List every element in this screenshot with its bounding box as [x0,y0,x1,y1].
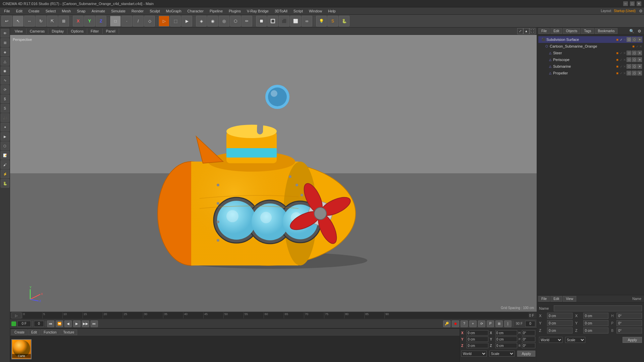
menu-vray[interactable]: V-Ray Bridge [244,8,271,14]
y-mode-btn[interactable]: Y [84,16,95,26]
periscope-tag-1[interactable]: ⬡ [627,57,631,62]
x-size-input[interactable] [495,330,517,336]
steer-x[interactable]: ✕ [623,51,626,55]
obj-tab-bookmarks[interactable]: Bookmarks [595,28,618,34]
attr-x2-input[interactable] [583,313,609,319]
menu-window[interactable]: Window [306,8,325,14]
sidebar-script-icon[interactable]: 📝 [1,151,9,160]
tag-2[interactable]: ⬡ [632,37,637,42]
apply-button[interactable]: Apply [517,351,535,357]
sub-orange-check[interactable]: ✓ [636,45,639,48]
point-mode-btn[interactable]: · [121,16,132,26]
sidebar-spline-icon[interactable]: ∿ [1,76,9,84]
scale-dropdown[interactable]: Scale [565,337,585,343]
sidebar-grid-icon[interactable]: ⊞ [1,38,9,47]
vp-lock-btn[interactable]: ⤢ [517,28,523,34]
sidebar-view-icon[interactable]: 👁 [1,29,9,38]
subdivision-check[interactable]: ✓ [620,38,623,42]
playback-tool-6[interactable]: P [487,320,494,327]
scene-tool-5[interactable]: ∞ [302,16,312,26]
prev-frame-btn[interactable]: ⏪ [56,320,63,327]
render-region-btn[interactable]: ⬚ [170,16,181,26]
viewport-tab-filter[interactable]: Filter [87,28,102,34]
attr-z2-input[interactable] [583,327,609,334]
scene-tool-1[interactable]: 🔲 [256,16,267,26]
obj-tab-file[interactable]: File [538,28,550,34]
attr-y2-input[interactable] [583,320,609,326]
submarine-tag-1[interactable]: ⬡ [627,64,631,69]
propeller-x[interactable]: ✕ [623,71,626,75]
move-tool[interactable]: ↔ [24,16,35,26]
pointer-tool[interactable]: ↖ [13,16,23,26]
object-tool-5[interactable]: ✏ [241,16,252,26]
y-pos-input[interactable] [467,337,488,342]
object-tool-2[interactable]: ◉ [207,16,218,26]
menu-create[interactable]: Create [26,8,42,14]
obj-settings-icon[interactable]: ⚙ [636,29,643,34]
x-pos-input[interactable] [467,330,488,336]
obj-row-propeller[interactable]: △ Propeller ■ ✓ ✕ ⬡ ⬡ ✕ [538,70,643,76]
tag-3[interactable]: ✕ [637,37,642,42]
tag-1[interactable]: ⬡ [627,37,631,42]
mat-tab-function[interactable]: Function [41,329,59,335]
mat-tab-create[interactable]: Create [11,329,28,335]
viewport-tab-options[interactable]: Options [67,28,87,34]
poly-mode-btn[interactable]: ◇ [144,16,155,26]
periscope-tag-3[interactable]: ✕ [637,57,642,62]
close-btn[interactable]: ✕ [637,1,641,6]
obj-row-submarine[interactable]: △ Submarine ■ ✓ ✕ ⬡ ⬡ ✕ [538,63,643,70]
scene-tool-2[interactable]: 🔳 [267,16,278,26]
render-btn[interactable]: ▷ [159,16,169,26]
attr-tab-view[interactable]: View [563,296,576,302]
playback-tool-2[interactable]: ⏺ [452,320,459,327]
menu-3dtoall[interactable]: 3DToAll [272,8,290,14]
viewport-tab-display[interactable]: Display [48,28,67,34]
settings-icon[interactable]: ⚙ [639,9,643,13]
propeller-tag-3[interactable]: ✕ [637,71,642,75]
scale-tool[interactable]: ⇱ [47,16,58,26]
propeller-tag-1[interactable]: ⬡ [627,71,631,75]
material-thumbnail[interactable]: Carte [11,339,32,359]
playback-tool-7[interactable]: ⊞ [495,320,503,327]
submarine-tag-3[interactable]: ✕ [637,64,642,69]
viewport-tab-view[interactable]: View [11,28,26,34]
sidebar-deform-icon[interactable]: ⟳ [1,85,9,94]
obj-row-submarine-orange[interactable]: ⬡ Cartoon_Submarine_Orange ■ ✓ ✕ [538,43,643,50]
x-mode-btn[interactable]: X [73,16,84,26]
scale-select[interactable]: Scale [489,351,515,357]
playback-tool-1[interactable]: 🔑 [443,320,450,327]
attr-b-input[interactable] [616,327,642,334]
timeline-ruler[interactable]: 0 5 10 15 20 25 30 35 40 45 50 55 60 65 … [22,312,529,318]
sidebar-body-icon[interactable]: ⚡ [1,170,9,178]
z-mode-btn[interactable]: Z [96,16,106,26]
sidebar-material-icon[interactable]: $ [1,95,9,103]
menu-mesh[interactable]: Mesh [59,8,73,14]
obj-row-periscope[interactable]: △ Periscope ■ ✓ ✕ ⬡ ⬡ ✕ [538,56,643,63]
playback-tool-8[interactable]: | [504,320,512,327]
menu-help[interactable]: Help [325,8,338,14]
menu-pipeline[interactable]: Pipeline [207,8,225,14]
attr-tab-edit[interactable]: Edit [550,296,562,302]
obj-tab-tags[interactable]: Tags [581,28,594,34]
menu-mograph[interactable]: MoGraph [163,8,184,14]
mat-tab-texture[interactable]: Texture [60,329,77,335]
menu-snap[interactable]: Snap [74,8,88,14]
h-input[interactable] [522,330,535,336]
b-input[interactable] [522,343,535,348]
vp-fullscreen-btn[interactable]: ⛶ [529,28,535,34]
sidebar-sculpt-icon[interactable]: 🖌 [1,160,9,169]
fps-input[interactable] [34,321,44,327]
steer-tag-2[interactable]: ⬡ [632,51,637,55]
periscope-tag-2[interactable]: ⬡ [632,57,637,62]
current-frame-input[interactable] [17,321,31,327]
periscope-check[interactable]: ✓ [620,58,623,62]
sub-orange-x[interactable]: ✕ [639,45,642,48]
sidebar-poly-icon[interactable]: △ [1,57,9,66]
sidebar-animate-icon[interactable]: ▶ [1,132,9,141]
menu-sculpt[interactable]: Sculpt [147,8,163,14]
layout-value[interactable]: Startup (Used) [614,9,638,13]
3d-viewport[interactable]: X Y Z [10,35,537,312]
viewport-tab-panel[interactable]: Panel [103,28,119,34]
subdivision-x[interactable]: ✕ [623,38,626,42]
obj-row-steer[interactable]: △ Steer ■ ✓ ✕ ⬡ ⬡ ✕ [538,50,643,56]
